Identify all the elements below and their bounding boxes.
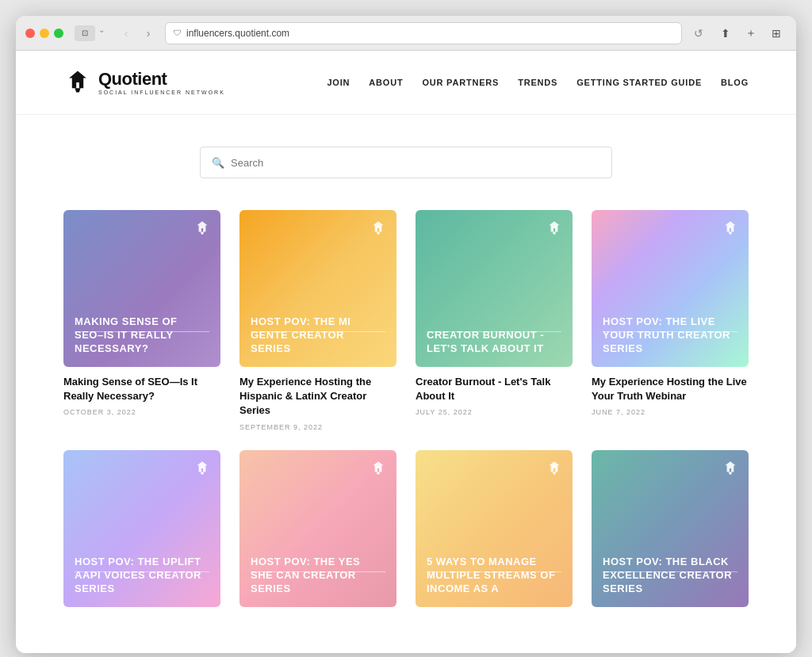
nav-blog[interactable]: BLOG <box>721 78 749 87</box>
chevron-down-icon: ⌄ <box>98 25 105 41</box>
browser-window: ⊡ ⌄ ‹ › 🛡 influencers.quotient.com ↺ ⬆ ＋… <box>16 16 796 653</box>
blog-card-6[interactable]: HOST POV: THE YES SHE CAN CREATOR SERIES <box>239 450 396 615</box>
card-logo-icon-5 <box>193 460 211 477</box>
tab-grid-button[interactable]: ⊞ <box>766 23 787 44</box>
card-logo-icon-1 <box>193 220 211 237</box>
card-overlay-title-7: 5 WAYS TO MANAGE MULTIPLE STREAMS OF INC… <box>427 556 561 596</box>
card-logo-icon-2 <box>370 220 387 237</box>
card-overlay-title-4: HOST POV: THE LIVE YOUR TRUTH CREATOR SE… <box>603 315 737 356</box>
card-date-2: SEPTEMBER 9, 2022 <box>239 423 396 431</box>
nav-arrows: ‹ › <box>116 23 159 44</box>
card-logo-icon-4 <box>722 220 739 237</box>
card-text-title-1: Making Sense of SEO—Is It Really Necessa… <box>63 375 220 403</box>
card-overlay-title-6: HOST POV: THE YES SHE CAN CREATOR SERIES <box>251 556 385 596</box>
card-overlay-title-2: HOST POV: THE MI GENTE CREATOR SERIES <box>251 315 385 356</box>
blog-grid: MAKING SENSE OF SEO–IS IT REALLY NECESSA… <box>16 202 796 631</box>
search-section: 🔍 <box>16 115 796 202</box>
reload-button[interactable]: ↺ <box>688 23 709 44</box>
address-bar-wrap: 🛡 influencers.quotient.com ↺ <box>165 22 709 44</box>
card-overlay-title-3: CREATOR BURNOUT - LET'S TALK ABOUT IT <box>427 329 561 356</box>
traffic-lights <box>25 29 63 38</box>
card-image-4: HOST POV: THE LIVE YOUR TRUTH CREATOR SE… <box>592 210 749 367</box>
browser-titlebar: ⊡ ⌄ ‹ › 🛡 influencers.quotient.com ↺ ⬆ ＋… <box>16 16 796 51</box>
logo-text: Quotient Social Influencer Network <box>98 71 225 95</box>
logo-name: Quotient <box>98 71 225 88</box>
card-image-3: CREATOR BURNOUT - LET'S TALK ABOUT IT <box>416 210 573 367</box>
card-overlay-title-8: HOST POV: THE BLACK EXCELLENCE CREATOR S… <box>603 556 737 596</box>
blog-card-7[interactable]: 5 WAYS TO MANAGE MULTIPLE STREAMS OF INC… <box>416 450 573 615</box>
nav-trends[interactable]: TRENDS <box>518 78 557 87</box>
card-image-1: MAKING SENSE OF SEO–IS IT REALLY NECESSA… <box>63 210 220 367</box>
search-icon: 🔍 <box>212 157 224 169</box>
card-overlay-title-1: MAKING SENSE OF SEO–IS IT REALLY NECESSA… <box>75 315 209 356</box>
card-image-2: HOST POV: THE MI GENTE CREATOR SERIES <box>239 210 396 367</box>
card-image-8: HOST POV: THE BLACK EXCELLENCE CREATOR S… <box>592 450 749 607</box>
blog-card-2[interactable]: HOST POV: THE MI GENTE CREATOR SERIES My… <box>239 210 396 431</box>
card-overlay-title-5: HOST POV: THE UPLIFT AAPI VOICES CREATOR… <box>75 556 209 596</box>
card-logo-icon-7 <box>546 460 563 477</box>
nav-partners[interactable]: OUR PARTNERS <box>422 78 499 87</box>
card-image-5: HOST POV: THE UPLIFT AAPI VOICES CREATOR… <box>63 450 220 607</box>
website-content: Quotient Social Influencer Network JOIN … <box>16 51 796 653</box>
blog-card-5[interactable]: HOST POV: THE UPLIFT AAPI VOICES CREATOR… <box>63 450 220 615</box>
share-button[interactable]: ⬆ <box>715 23 736 44</box>
url-text: influencers.quotient.com <box>186 28 289 39</box>
card-logo-icon-6 <box>370 460 387 477</box>
nav-about[interactable]: ABOUT <box>369 78 403 87</box>
address-bar[interactable]: 🛡 influencers.quotient.com <box>165 22 682 44</box>
security-icon: 🛡 <box>174 29 182 37</box>
minimize-button[interactable] <box>40 29 49 38</box>
card-image-6: HOST POV: THE YES SHE CAN CREATOR SERIES <box>239 450 396 607</box>
nav-join[interactable]: JOIN <box>327 78 350 87</box>
blog-card-4[interactable]: HOST POV: THE LIVE YOUR TRUTH CREATOR SE… <box>592 210 749 431</box>
card-logo-icon-3 <box>546 220 563 237</box>
search-box[interactable]: 🔍 <box>200 147 612 178</box>
card-date-3: JULY 25, 2022 <box>416 408 573 416</box>
card-text-title-2: My Experience Hosting the Hispanic & Lat… <box>239 375 396 418</box>
close-button[interactable] <box>25 29 35 38</box>
card-date-1: OCTOBER 3, 2022 <box>63 408 220 416</box>
card-logo-icon-8 <box>722 460 739 477</box>
blog-card-3[interactable]: CREATOR BURNOUT - LET'S TALK ABOUT IT Cr… <box>416 210 573 431</box>
blog-card-1[interactable]: MAKING SENSE OF SEO–IS IT REALLY NECESSA… <box>63 210 220 431</box>
card-date-4: JUNE 7, 2022 <box>592 408 749 416</box>
card-text-title-4: My Experience Hosting the Live Your Trut… <box>592 375 749 403</box>
sidebar-toggle-button[interactable]: ⊡ <box>75 25 95 41</box>
search-input[interactable] <box>231 157 600 169</box>
new-tab-button[interactable]: ＋ <box>741 23 761 44</box>
blog-card-8[interactable]: HOST POV: THE BLACK EXCELLENCE CREATOR S… <box>592 450 749 615</box>
logo-area[interactable]: Quotient Social Influencer Network <box>63 68 225 97</box>
back-button[interactable]: ‹ <box>116 23 136 44</box>
site-navigation: Quotient Social Influencer Network JOIN … <box>16 51 796 115</box>
card-image-7: 5 WAYS TO MANAGE MULTIPLE STREAMS OF INC… <box>416 450 573 607</box>
window-controls: ⊡ ⌄ <box>75 25 106 41</box>
nav-links: JOIN ABOUT OUR PARTNERS TRENDS GETTING S… <box>327 78 749 87</box>
browser-actions: ⬆ ＋ ⊞ <box>715 23 787 44</box>
forward-button[interactable]: › <box>138 23 159 44</box>
card-text-title-3: Creator Burnout - Let's Talk About It <box>416 375 573 403</box>
maximize-button[interactable] <box>54 29 63 38</box>
logo-tagline: Social Influencer Network <box>98 90 225 95</box>
quotient-logo-icon <box>63 68 92 97</box>
nav-getting-started[interactable]: GETTING STARTED GUIDE <box>576 78 702 87</box>
